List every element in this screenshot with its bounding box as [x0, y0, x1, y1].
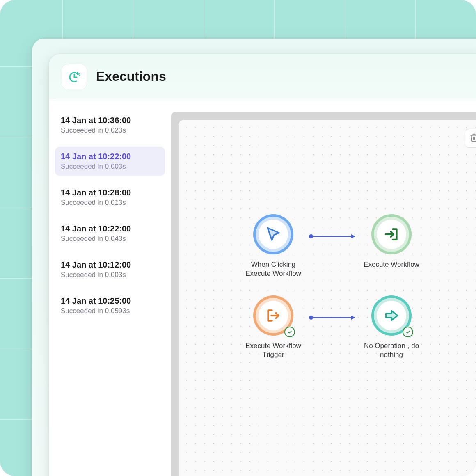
execution-status: Succeeded in 0.0593s — [61, 307, 159, 316]
success-badge-icon — [284, 327, 295, 337]
execution-item[interactable]: 14 Jan at 10:36:00 Succeeded in 0.023s — [55, 111, 165, 140]
execution-item[interactable]: 14 Jan at 10:25:00 Succeeded in 0.0593s — [55, 291, 165, 320]
execution-time: 14 Jan at 10:25:00 — [61, 295, 159, 307]
workflow-node[interactable]: Execute Workflow Trigger — [236, 295, 310, 359]
execution-time: 14 Jan at 10:22:00 — [61, 223, 159, 234]
svg-point-3 — [77, 72, 78, 73]
trash-icon — [469, 133, 476, 144]
execution-time: 14 Jan at 10:22:00 — [61, 151, 159, 162]
body: 14 Jan at 10:36:00 Succeeded in 0.023s 1… — [49, 99, 476, 476]
svg-point-10 — [309, 316, 313, 320]
svg-point-5 — [79, 75, 80, 76]
workflow-node[interactable]: Execute Workflow — [355, 214, 428, 269]
canvas-wrap: When Clicking Execute Workflow — [171, 99, 476, 476]
workflow-node[interactable]: When Clicking Execute Workflow — [236, 214, 310, 278]
node-label: No Operation , do nothing — [357, 341, 426, 359]
execution-time: 14 Jan at 10:36:00 — [61, 115, 159, 126]
connector — [310, 295, 355, 336]
clock-icon — [62, 64, 87, 89]
delete-button[interactable] — [465, 129, 476, 148]
execution-status: Succeeded in 0.003s — [61, 270, 159, 280]
success-badge-icon — [403, 327, 413, 337]
execution-item[interactable]: 14 Jan at 10:22:00 Succeeded in 0.043s — [55, 219, 165, 248]
execution-status: Succeeded in 0.043s — [61, 234, 159, 244]
app-window: Executions 14 Jan at 10:36:00 Succeeded … — [49, 54, 476, 476]
execution-status: Succeeded in 0.023s — [61, 126, 159, 135]
svg-point-4 — [78, 73, 80, 74]
connector — [310, 214, 355, 254]
node-row: When Clicking Execute Workflow — [236, 214, 428, 278]
execution-status: Succeeded in 0.013s — [61, 198, 159, 208]
exit-icon — [253, 295, 293, 336]
node-label: Execute Workflow — [364, 260, 419, 269]
background: Executions 14 Jan at 10:36:00 Succeeded … — [0, 0, 476, 476]
header: Executions — [49, 54, 476, 99]
executions-list: 14 Jan at 10:36:00 Succeeded in 0.023s 1… — [49, 99, 171, 476]
node-label: Execute Workflow Trigger — [238, 341, 308, 359]
node-label: When Clicking Execute Workflow — [238, 260, 308, 278]
execution-time: 14 Jan at 10:28:00 — [61, 187, 159, 198]
workflow-node[interactable]: No Operation , do nothing — [355, 295, 428, 359]
enter-icon — [371, 214, 412, 254]
execution-status: Succeeded in 0.003s — [61, 162, 159, 172]
cursor-icon — [253, 214, 293, 254]
execution-item[interactable]: 14 Jan at 10:28:00 Succeeded in 0.013s — [55, 183, 165, 212]
arrow-right-icon — [371, 295, 412, 336]
execution-item[interactable]: 14 Jan at 10:12:00 Succeeded in 0.003s — [55, 255, 165, 284]
svg-point-6 — [309, 234, 313, 238]
node-row: Execute Workflow Trigger — [236, 295, 428, 359]
execution-item[interactable]: 14 Jan at 10:22:00 Succeeded in 0.003s — [55, 147, 165, 176]
workflow-canvas[interactable]: When Clicking Execute Workflow — [179, 120, 476, 476]
execution-time: 14 Jan at 10:12:00 — [61, 259, 159, 270]
page-title: Executions — [96, 69, 166, 84]
canvas-frame: When Clicking Execute Workflow — [171, 112, 476, 476]
